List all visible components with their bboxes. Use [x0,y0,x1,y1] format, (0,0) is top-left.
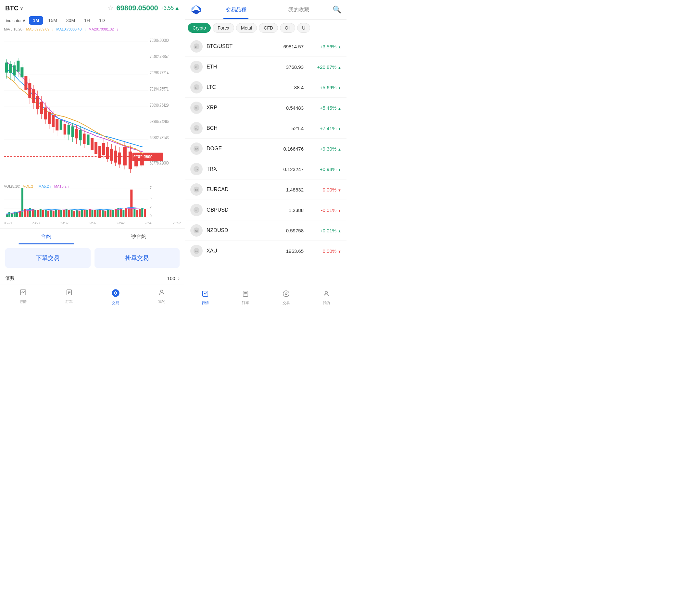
svg-rect-138 [120,209,122,217]
svg-rect-145 [139,209,141,217]
svg-text:70194.76571: 70194.76571 [150,86,169,91]
time-axis: 05-21 23:27 23:32 23:37 23:42 23:47 23:5… [0,220,185,226]
svg-text:69882.73143: 69882.73143 [150,135,169,140]
arrow-down-icon [338,248,341,254]
svg-rect-59 [83,134,86,144]
svg-text:2: 2 [150,205,152,209]
user-icon [158,289,165,298]
coin-change-btcusdt: +3.56% [309,44,341,49]
svg-rect-110 [47,211,50,217]
coin-avatar-bch: BC [190,122,203,135]
market-order-button[interactable]: 下單交易 [5,248,91,268]
coin-row-btcusdt[interactable]: B BTC/USDT 69814.57 +3.56% [185,36,346,57]
arrow-down-icon [338,207,341,213]
order-icon [65,289,73,298]
right-nav-market[interactable]: 行情 [185,289,225,307]
search-icon[interactable]: 🔍 [333,5,341,14]
svg-rect-71 [106,147,109,158]
candlestick-chart[interactable]: 70506.80000 70402.78857 70298.77714 7019… [0,32,185,183]
svg-rect-129 [96,210,98,217]
svg-rect-131 [102,210,104,217]
multiplier-row[interactable]: 倍數 100 › [0,272,185,285]
svg-rect-49 [64,124,66,135]
tf-1m-button[interactable]: 1M [29,16,43,25]
tab-trading-pairs[interactable]: 交易品種 [220,5,252,15]
coin-row-doge[interactable]: DG DOGE 0.166476 +9.30% [185,139,346,159]
tab-favorites[interactable]: 我的收藏 [283,5,314,15]
cat-forex[interactable]: Forex [213,23,234,33]
price-area: ☆ 69809.05000 +3.55 ▲ [107,4,180,12]
indicator-button[interactable]: indicator ∨ [4,17,27,24]
tab-contract[interactable]: 合約 [0,228,93,244]
coin-price-eth: 3768.93 [255,64,304,70]
svg-text:TR: TR [195,168,198,171]
svg-rect-122 [79,211,81,217]
svg-rect-31 [28,83,31,98]
right-order-icon [242,290,249,299]
vol-indicators: VOL(5,10) VOL:2 ↑ MA5:2 ↑ MA10:2 ↑ [4,184,69,188]
tf-15m-button[interactable]: 15M [44,16,61,25]
cat-cfd[interactable]: CFD [259,23,278,33]
cat-crypto[interactable]: Crypto [188,23,211,33]
ma-indicators: MA(5,10,20) MA5:69909.09 ↓ MA10:70000.43… [0,26,185,32]
svg-rect-108 [42,210,44,217]
tf-1d-button[interactable]: 1D [95,16,109,25]
nav-profile[interactable]: 我的 [139,288,185,307]
tab-quick-contract[interactable]: 秒合約 [93,228,185,244]
coin-row-nzdusd[interactable]: NZ NZDUSD 0.59758 +0.01% [185,220,346,241]
symbol-title[interactable]: BTC ∨ [5,4,23,12]
svg-rect-112 [53,211,55,217]
svg-point-185 [283,291,289,296]
svg-text:70090.75429: 70090.75429 [150,103,169,108]
tf-30m-button[interactable]: 30M [62,16,79,25]
svg-rect-123 [81,210,83,217]
volume-svg: 7 5 2 0 [0,183,185,219]
coin-row-xrp[interactable]: X XRP 0.54483 +5.45% [185,98,346,118]
coin-row-trx[interactable]: TR TRX 0.123247 +0.94% [185,159,346,180]
svg-text:B: B [195,45,196,48]
favorite-icon[interactable]: ☆ [107,4,114,12]
coin-name-btcusdt: BTC/USDT [206,43,255,49]
cat-metal[interactable]: Metal [236,23,257,33]
nav-market-label: 行情 [19,299,27,304]
nav-market[interactable]: 行情 [0,288,46,307]
arrow-up-icon [338,146,341,151]
coin-price-nzdusd: 0.59758 [255,228,304,233]
svg-rect-100 [21,188,23,217]
svg-rect-95 [8,212,11,217]
coin-change-gbpusd: -0.01% [309,207,341,213]
svg-rect-63 [91,138,94,150]
svg-rect-124 [84,210,86,217]
arrow-up-icon [338,44,341,49]
cat-other[interactable]: U [297,23,310,33]
nav-trade[interactable]: 交易 [93,288,139,307]
coin-row-gbpusd[interactable]: GU GBPUSD 1.2388 -0.01% [185,200,346,220]
svg-rect-29 [25,76,27,89]
coin-row-eth[interactable]: E ETH 3768.93 +20.87% [185,57,346,77]
svg-rect-41 [48,112,51,124]
coin-row-xau[interactable]: XA XAU 1963.65 0.00% [185,241,346,261]
cat-oil[interactable]: Oil [280,23,295,33]
nav-orders[interactable]: 訂單 [46,288,92,307]
multiplier-label: 倍數 [5,275,167,281]
arrow-up-icon [338,85,341,90]
indicator-chevron-icon: ∨ [22,18,26,23]
coin-row-ltc[interactable]: L LTC 88.4 +5.69% [185,77,346,98]
coin-row-bch[interactable]: BC BCH 521.4 +7.41% [185,118,346,139]
right-nav-orders[interactable]: 訂單 [225,289,266,307]
coin-row-eurcad[interactable]: EC EURCAD 1.48832 0.00% [185,180,346,200]
coin-avatar-trx: TR [190,163,203,175]
svg-rect-132 [104,211,106,217]
svg-rect-83 [135,157,138,166]
svg-rect-39 [44,108,47,119]
right-nav-profile[interactable]: 我的 [306,289,346,307]
svg-rect-114 [58,210,60,217]
limit-order-button[interactable]: 掛單交易 [95,248,180,268]
svg-rect-43 [52,116,55,127]
right-nav-trade[interactable]: 交易 [266,289,306,307]
volume-chart: VOL(5,10) VOL:2 ↑ MA5:2 ↑ MA10:2 ↑ 7 5 2… [0,183,185,228]
tf-1h-button[interactable]: 1H [80,16,94,25]
order-buttons: 下單交易 掛單交易 [0,244,185,272]
right-bottom-nav: 行情 訂單 交易 [185,286,346,308]
svg-rect-81 [128,152,132,169]
